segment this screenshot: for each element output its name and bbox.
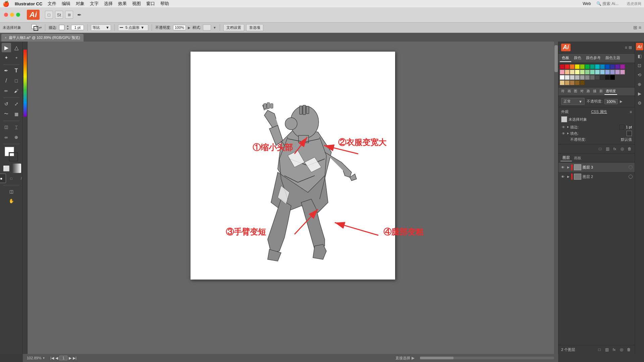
stroke-up-down[interactable]: ▲ ▼	[66, 24, 69, 31]
menu-select[interactable]: 选择	[104, 1, 113, 7]
stroke-swatch[interactable]	[9, 152, 18, 162]
tab-align[interactable]: 对	[579, 88, 585, 95]
brush-dropdown[interactable]: 5 点圆形 ▼	[118, 24, 148, 31]
color-blue[interactable]	[605, 64, 610, 69]
tab-active[interactable]: × 扁平人物3.ai* @ 102.89% (RGB/GPU 预览)	[1, 34, 84, 42]
normal-mode[interactable]: ■	[0, 174, 6, 183]
style-box[interactable]	[203, 24, 211, 31]
gradient-mini[interactable]: G	[12, 164, 21, 173]
hand-tool[interactable]: ✋	[7, 196, 16, 205]
layers-bottom-canvas[interactable]: ▥	[604, 347, 610, 353]
close-button[interactable]	[4, 13, 8, 17]
scroll-thumb[interactable]	[554, 45, 558, 72]
appearance-settings-icon[interactable]: ≡	[630, 110, 632, 114]
panel-icon-delete[interactable]: 🗑	[627, 146, 633, 152]
color-mode[interactable]: □	[7, 174, 16, 183]
rotate-tool[interactable]: ↺	[2, 99, 11, 109]
zoom-tool[interactable]: ⊕	[12, 132, 21, 142]
menu-file[interactable]: 文件	[48, 1, 56, 7]
shape-tool[interactable]: □	[12, 76, 21, 85]
lasso-tool[interactable]: ⌖	[12, 53, 21, 62]
stroke-type-dropdown[interactable]: 等比 ▼	[91, 24, 111, 31]
menu-text[interactable]: 文字	[90, 1, 99, 7]
warp-tool[interactable]: 〜	[2, 109, 11, 119]
color-orange[interactable]	[570, 64, 575, 69]
app-name-menu[interactable]: Illustrator CC	[15, 1, 42, 6]
tab-paint[interactable]: 画	[566, 88, 572, 95]
tab-transparency-active[interactable]: 透明度	[604, 88, 617, 95]
layers-bottom-square[interactable]: □	[596, 347, 602, 353]
panel-icon-fx[interactable]: fx	[612, 146, 618, 152]
toolbar-icon-2[interactable]: St	[55, 11, 63, 19]
color-yellow[interactable]	[575, 64, 580, 69]
color-sky[interactable]	[600, 64, 605, 69]
menu-help[interactable]: 帮助	[160, 1, 169, 7]
panel-settings-icon[interactable]: ≡	[625, 45, 627, 50]
select-tool[interactable]: ▶	[2, 43, 11, 52]
graph-tool[interactable]: ▦	[12, 109, 21, 119]
pen-tool[interactable]: ✒	[2, 66, 11, 75]
color-lime[interactable]	[580, 64, 585, 69]
menu-object[interactable]: 对象	[76, 1, 85, 7]
tab-color[interactable]: 颜色	[572, 54, 583, 62]
tab-path[interactable]: 路	[585, 88, 591, 95]
statusbar-scrollbar[interactable]	[420, 357, 554, 359]
layer-3-expand[interactable]: ▶	[567, 166, 570, 169]
panel-expand-icon[interactable]: ⊞	[629, 45, 632, 50]
panel-icon-6[interactable]: ⚙	[636, 99, 643, 107]
blend-mode-dropdown[interactable]: 正常 ▼	[561, 98, 585, 105]
tab-desc[interactable]: 描	[592, 88, 598, 95]
tab-color-theme[interactable]: 颜色主题	[603, 54, 622, 62]
color-red-dark[interactable]	[560, 64, 565, 69]
none-icon[interactable]: ⬜	[2, 164, 11, 173]
stroke-visibility-eye[interactable]: 👁	[561, 125, 566, 129]
menu-effect[interactable]: 效果	[118, 1, 127, 7]
panel-icon-canvas[interactable]: ▥	[604, 146, 610, 152]
stroke-expand-arrow[interactable]	[567, 126, 569, 128]
color-red[interactable]	[565, 64, 570, 69]
workspace-selector[interactable]: Web	[583, 1, 591, 6]
panel-icon-3[interactable]: ⟲	[636, 71, 643, 78]
opacity-value-input[interactable]: 100%	[604, 99, 618, 104]
panel-icon-ai[interactable]: Ai	[636, 43, 643, 50]
panel-icon-4[interactable]: ⊕	[636, 80, 643, 88]
layer-2-visibility[interactable]: 👁	[560, 174, 565, 179]
menu-view[interactable]: 视图	[132, 1, 141, 7]
layer-2-item[interactable]: 👁 ▶ 图层 2	[558, 172, 635, 181]
page-number-input[interactable]: 1	[59, 356, 67, 360]
layers-bottom-fx[interactable]: fx	[611, 347, 617, 353]
stroke-color-box[interactable]	[59, 25, 64, 30]
css-properties-link[interactable]: CSS 属性	[591, 109, 607, 114]
color-teal[interactable]	[590, 64, 595, 69]
search-ai[interactable]: 🔍 搜索 Ai...	[596, 1, 619, 7]
toolbar-icon-3[interactable]: ⊞	[65, 11, 73, 19]
panel-icon-2[interactable]: ⊡	[636, 62, 643, 69]
style-dropdown-arrow[interactable]: ▼	[213, 26, 216, 29]
preferences-button[interactable]: 首选项	[246, 24, 263, 31]
panel-icon-target[interactable]: ◎	[619, 146, 625, 152]
layers-bottom-delete[interactable]: 🗑	[626, 347, 632, 353]
artboard-tool[interactable]: ◫	[7, 187, 16, 196]
fill-expand-arrow[interactable]	[567, 132, 569, 134]
canvas-container[interactable]: ①缩小头部	[28, 42, 558, 354]
type-tool[interactable]: T	[12, 66, 21, 75]
panel-icon-5[interactable]: ▶	[636, 90, 643, 97]
direct-select-tool[interactable]: △	[12, 43, 21, 52]
zoom-display[interactable]: 102.89% ▼	[27, 356, 45, 360]
layer-3-item[interactable]: 👁 ▶ 图层 3	[558, 163, 635, 172]
maximize-button[interactable]	[16, 13, 20, 17]
apple-menu[interactable]: 🍎	[3, 1, 9, 7]
artboard-tab[interactable]: 画板	[572, 155, 583, 161]
color-cyan[interactable]	[595, 64, 600, 69]
layers-bottom-target[interactable]: ◎	[619, 347, 625, 353]
scale-tool[interactable]: ⤢	[12, 99, 21, 109]
fill-visibility-eye[interactable]: 👁	[561, 131, 566, 136]
tab-swatches[interactable]: 色板	[560, 54, 571, 62]
magic-wand-tool[interactable]: ✦	[2, 53, 11, 62]
tab-color-ref[interactable]: 颜色参考	[584, 54, 603, 62]
toolbar-icon-1[interactable]: □	[45, 11, 53, 19]
menu-edit[interactable]: 编辑	[62, 1, 70, 7]
stroke-width-input[interactable]: 1 pt	[71, 25, 84, 30]
color-green[interactable]	[585, 64, 590, 69]
layer-3-visibility[interactable]: 👁	[560, 165, 565, 170]
